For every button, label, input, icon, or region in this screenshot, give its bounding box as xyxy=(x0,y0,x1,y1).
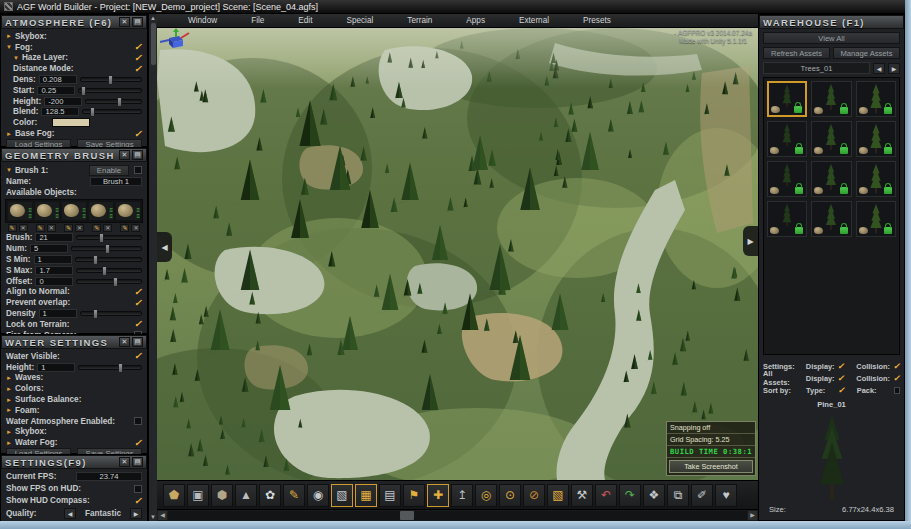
flag-icon[interactable]: ⚑ xyxy=(403,484,425,507)
take-screenshot-button[interactable]: Take Screenshot xyxy=(669,460,753,473)
lock-icon[interactable] xyxy=(794,106,802,113)
menu-item-edit[interactable]: Edit xyxy=(281,16,329,25)
quality-next-icon[interactable]: ▶ xyxy=(130,508,142,519)
brush-object-thumbnail[interactable]: ≡≡ xyxy=(89,202,113,220)
foam-group[interactable]: ►Foam: xyxy=(3,405,145,416)
edit-object-icon[interactable]: ✐ xyxy=(691,484,713,507)
offset-input[interactable]: 0 xyxy=(35,277,73,286)
panel-menu-icon[interactable]: ▤ xyxy=(132,457,143,467)
smax-input[interactable]: 1.7 xyxy=(35,266,73,275)
script-edit-icon[interactable]: ▤ xyxy=(379,484,401,507)
view-all-button[interactable]: View All xyxy=(763,32,900,44)
height-slider[interactable] xyxy=(85,99,142,104)
remove-object-icon[interactable]: ✕ xyxy=(19,224,28,232)
lock-icon[interactable] xyxy=(884,187,892,194)
warehouse-header[interactable]: WAREHOUSE (F1) xyxy=(759,15,904,29)
disable-icon[interactable]: ⊘ xyxy=(523,484,545,507)
dens-slider[interactable] xyxy=(80,77,142,82)
brush-object-thumbnail[interactable]: ≡≡ xyxy=(35,202,59,220)
asset-cell[interactable] xyxy=(856,201,896,237)
pack-sort-checkbox[interactable] xyxy=(894,387,900,394)
brush-object-thumbnail[interactable]: ≡≡ xyxy=(116,202,140,220)
asset-cell[interactable] xyxy=(811,201,851,237)
check-icon[interactable]: ✓ xyxy=(837,373,844,383)
brush-size-slider[interactable] xyxy=(76,235,142,240)
pack-prev-icon[interactable]: ◀ xyxy=(873,63,885,74)
brush-size-input[interactable]: 21 xyxy=(35,233,73,242)
visibility-icon[interactable]: ⊙ xyxy=(499,484,521,507)
lock-icon[interactable] xyxy=(840,147,848,154)
asset-cell[interactable] xyxy=(811,121,851,157)
align-to-normal-row[interactable]: Align to Normal:✓ xyxy=(3,287,145,298)
start-input[interactable]: 0.25 xyxy=(37,86,75,95)
brush-object-thumbnail[interactable]: ≡≡ xyxy=(8,202,32,220)
panel-menu-icon[interactable]: ▤ xyxy=(132,337,143,347)
brush-object-thumbnail[interactable]: ≡≡ xyxy=(62,202,86,220)
asset-cell[interactable] xyxy=(767,121,807,157)
check-icon[interactable]: ✓ xyxy=(837,361,844,371)
smin-slider[interactable] xyxy=(75,257,142,262)
show-fps-checkbox[interactable] xyxy=(134,485,142,493)
lock-icon[interactable] xyxy=(840,107,848,114)
collapse-right-panel-icon[interactable]: ▶ xyxy=(743,226,758,256)
flora-icon[interactable]: ✿ xyxy=(259,484,281,507)
check-icon[interactable]: ✓ xyxy=(134,439,142,447)
left-panel-scrollbar[interactable]: ▲ ▼ xyxy=(148,14,157,521)
colors-group[interactable]: ►Colors: xyxy=(3,383,145,394)
atmosphere-panel-header[interactable]: ATMOSPHERE (F6) ✕ ▤ xyxy=(1,15,147,29)
geometry-brush-header[interactable]: GEOMETRY BRUSH ✕ ▤ xyxy=(1,148,147,162)
edit-object-icon[interactable]: ✎ xyxy=(92,224,101,232)
water-height-slider[interactable] xyxy=(78,365,142,370)
scrollbar-thumb[interactable] xyxy=(400,511,414,520)
collapse-left-panel-icon[interactable]: ◀ xyxy=(157,232,172,262)
geo-sphere-icon[interactable]: ◉ xyxy=(307,484,329,507)
scrollbar-track[interactable] xyxy=(168,511,747,520)
edit-object-icon[interactable]: ✎ xyxy=(36,224,45,232)
asset-cell[interactable] xyxy=(767,161,807,197)
save-icon[interactable]: ▣ xyxy=(187,484,209,507)
remove-object-icon[interactable]: ✕ xyxy=(75,224,84,232)
water-skybox-group[interactable]: ►Skybox: xyxy=(3,427,145,438)
skybox-group[interactable]: ►Skybox: xyxy=(3,31,145,42)
quality-prev-icon[interactable]: ◀ xyxy=(64,508,76,519)
lock-icon[interactable] xyxy=(795,147,803,154)
favorite-object-icon[interactable]: ♥ xyxy=(715,484,737,507)
viewport-3d[interactable]: - AGFPRO v3 2014.07.24a Made with Unity … xyxy=(157,28,758,480)
offset-slider[interactable] xyxy=(76,279,142,284)
refresh-assets-button[interactable]: Refresh Assets xyxy=(763,47,830,59)
blend-slider[interactable] xyxy=(82,109,142,114)
edit-object-icon[interactable]: ✎ xyxy=(8,224,17,232)
manage-assets-button[interactable]: Manage Assets xyxy=(833,47,900,59)
panel-menu-icon[interactable]: ▤ xyxy=(132,150,143,160)
smax-slider[interactable] xyxy=(76,268,142,273)
edit-object-icon[interactable]: ✎ xyxy=(120,224,129,232)
fog-group[interactable]: ▼Fog:✓ xyxy=(3,42,145,53)
num-input[interactable]: 5 xyxy=(30,244,68,253)
water-atmosphere-checkbox[interactable] xyxy=(134,417,142,425)
remove-object-icon[interactable]: ✕ xyxy=(47,224,56,232)
water-height-input[interactable]: 1 xyxy=(37,363,75,372)
blend-input[interactable]: 128.5 xyxy=(41,107,79,116)
water-settings-header[interactable]: WATER SETTINGS ✕ ▤ xyxy=(1,335,147,349)
asset-cell[interactable] xyxy=(856,81,896,117)
close-icon[interactable]: ✕ xyxy=(119,457,130,467)
transform-gizmo-icon[interactable] xyxy=(157,28,191,54)
asset-cell[interactable] xyxy=(856,161,896,197)
export-object-icon[interactable]: ↥ xyxy=(451,484,473,507)
asset-pack-selector[interactable]: Trees_01 xyxy=(763,62,870,74)
pack-next-icon[interactable]: ▶ xyxy=(888,63,900,74)
lock-icon[interactable] xyxy=(884,107,892,114)
check-icon[interactable]: ✓ xyxy=(134,54,142,62)
brush-name-input[interactable]: Brush 1 xyxy=(90,177,142,186)
lock-icon[interactable] xyxy=(840,187,848,194)
show-fps-row[interactable]: Show FPS on HUD: xyxy=(3,483,145,494)
scroll-up-icon[interactable]: ▲ xyxy=(150,14,156,22)
place-rock-icon[interactable]: ⬟ xyxy=(163,484,185,507)
repair-icon[interactable]: ⚒ xyxy=(571,484,593,507)
smin-input[interactable]: 1 xyxy=(34,255,72,264)
check-icon[interactable]: ✓ xyxy=(134,130,142,138)
undo-icon[interactable]: ↶ xyxy=(595,484,617,507)
prevent-overlap-row[interactable]: Prevent overlap:✓ xyxy=(3,297,145,308)
inspect-object-icon[interactable]: ◎ xyxy=(475,484,497,507)
base-fog-group[interactable]: ►Base Fog:✓ xyxy=(3,128,145,139)
